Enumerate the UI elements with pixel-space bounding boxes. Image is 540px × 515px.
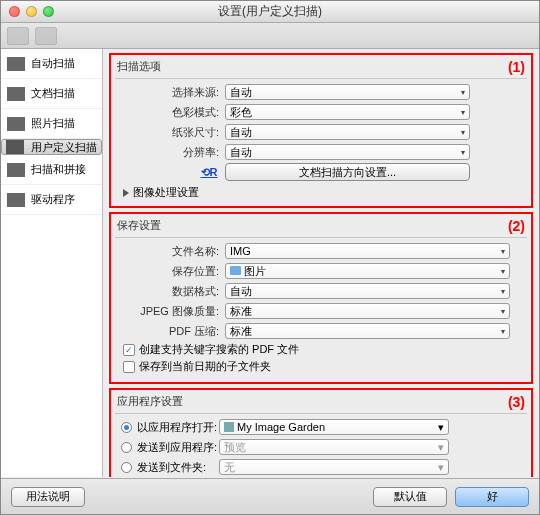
titlebar: 设置(用户定义扫描)	[1, 1, 539, 23]
app-settings-group: (3) 应用程序设置 以应用程序打开: My Image Garden▾ 发送到…	[109, 388, 533, 477]
chevron-updown-icon: ▾	[501, 307, 505, 316]
toolbar-icon-2[interactable]	[35, 27, 57, 45]
open-with-label: 以应用程序打开:	[137, 420, 217, 435]
orientation-settings-button[interactable]: 文档扫描方向设置...	[225, 163, 470, 181]
defaults-button[interactable]: 默认值	[373, 487, 447, 507]
resolution-select[interactable]: 自动▾	[225, 144, 470, 160]
scan-options-title: 扫描选项	[115, 57, 527, 79]
folder-icon	[230, 266, 241, 275]
close-icon[interactable]	[9, 6, 20, 17]
sidebar-item-custom-scan[interactable]: 用户定义扫描	[1, 139, 102, 155]
radio-open-with[interactable]	[121, 422, 132, 433]
chevron-updown-icon: ▾	[501, 267, 505, 276]
chevron-updown-icon: ▾	[461, 108, 465, 117]
chevron-updown-icon: ▾	[438, 441, 444, 454]
minimize-icon[interactable]	[26, 6, 37, 17]
format-select[interactable]: 自动▾	[225, 283, 510, 299]
chevron-updown-icon: ▾	[438, 421, 444, 434]
jpeg-select[interactable]: 标准▾	[225, 303, 510, 319]
toolbar-icon-1[interactable]	[7, 27, 29, 45]
format-value: 自动	[230, 284, 252, 299]
chevron-updown-icon: ▾	[461, 88, 465, 97]
pdf-keyword-label: 创建支持关键字搜索的 PDF 文件	[139, 342, 299, 357]
location-value: 图片	[230, 264, 266, 279]
group-marker-3: (3)	[508, 394, 525, 410]
jpeg-value: 标准	[230, 304, 252, 319]
format-label: 数据格式:	[115, 284, 225, 299]
pdf-keyword-checkbox[interactable]: ✓创建支持关键字搜索的 PDF 文件	[123, 342, 527, 357]
sidebar: 自动扫描 文档扫描 照片扫描 用户定义扫描 扫描和拼接 驱动程序	[1, 49, 103, 477]
radio-send-app[interactable]	[121, 442, 132, 453]
rotate-icon-cell: ⟲R	[115, 166, 225, 179]
defaults-label: 默认值	[394, 489, 427, 504]
save-settings-title: 保存设置	[115, 216, 527, 238]
app-icon	[224, 422, 234, 432]
window-title: 设置(用户定义扫描)	[1, 3, 539, 20]
scan-options-group: (1) 扫描选项 选择来源:自动▾ 色彩模式:彩色▾ 纸张尺寸:自动▾ 分辨率:…	[109, 53, 533, 208]
chevron-updown-icon: ▾	[461, 128, 465, 137]
group-marker-1: (1)	[508, 59, 525, 75]
filename-value: IMG	[230, 245, 251, 257]
color-value: 彩色	[230, 105, 252, 120]
sidebar-item-label: 用户定义扫描	[31, 140, 97, 155]
resolution-value: 自动	[230, 145, 252, 160]
ok-label: 好	[487, 489, 498, 504]
source-label: 选择来源:	[115, 85, 225, 100]
save-settings-group: (2) 保存设置 文件名称:IMG▾ 保存位置: 图片▾ 数据格式:自动▾ JP…	[109, 212, 533, 384]
stitch-icon	[7, 163, 25, 177]
content: 自动扫描 文档扫描 照片扫描 用户定义扫描 扫描和拼接 驱动程序 (1) 扫描选…	[1, 49, 539, 477]
image-processing-disclosure[interactable]: 图像处理设置	[123, 185, 527, 200]
sidebar-item-label: 文档扫描	[31, 86, 75, 101]
app-settings-title: 应用程序设置	[115, 392, 527, 414]
main-panel: (1) 扫描选项 选择来源:自动▾ 色彩模式:彩色▾ 纸张尺寸:自动▾ 分辨率:…	[103, 49, 539, 477]
driver-icon	[7, 193, 25, 207]
chevron-updown-icon: ▾	[501, 287, 505, 296]
location-label: 保存位置:	[115, 264, 225, 279]
orientation-btn-label: 文档扫描方向设置...	[299, 165, 396, 180]
sidebar-item-document-scan[interactable]: 文档扫描	[1, 79, 102, 109]
filename-combo[interactable]: IMG▾	[225, 243, 510, 259]
sidebar-item-label: 驱动程序	[31, 192, 75, 207]
disclosure-triangle-icon	[123, 189, 129, 197]
sidebar-item-label: 扫描和拼接	[31, 162, 86, 177]
ok-button[interactable]: 好	[455, 487, 529, 507]
auto-scan-icon	[7, 57, 25, 71]
location-select[interactable]: 图片▾	[225, 263, 510, 279]
open-with-select[interactable]: My Image Garden▾	[219, 419, 449, 435]
send-folder-select[interactable]: 无▾	[219, 459, 449, 475]
send-app-select[interactable]: 预览▾	[219, 439, 449, 455]
checkbox-unchecked-icon	[123, 361, 135, 373]
color-select[interactable]: 彩色▾	[225, 104, 470, 120]
window-controls	[9, 6, 54, 17]
paper-label: 纸张尺寸:	[115, 125, 225, 140]
chevron-updown-icon: ▾	[438, 461, 444, 474]
date-subfolder-label: 保存到当前日期的子文件夹	[139, 359, 271, 374]
resolution-label: 分辨率:	[115, 145, 225, 160]
sidebar-item-scan-stitch[interactable]: 扫描和拼接	[1, 155, 102, 185]
footer: 用法说明 默认值 好	[1, 478, 539, 514]
sidebar-item-auto-scan[interactable]: 自动扫描	[1, 49, 102, 79]
send-app-value: 预览	[224, 440, 246, 455]
send-folder-label: 发送到文件夹:	[137, 460, 206, 475]
sidebar-item-photo-scan[interactable]: 照片扫描	[1, 109, 102, 139]
source-select[interactable]: 自动▾	[225, 84, 470, 100]
group-marker-2: (2)	[508, 218, 525, 234]
instructions-button[interactable]: 用法说明	[11, 487, 85, 507]
sidebar-item-label: 照片扫描	[31, 116, 75, 131]
sidebar-item-label: 自动扫描	[31, 56, 75, 71]
chevron-down-icon: ▾	[501, 247, 505, 256]
date-subfolder-checkbox[interactable]: 保存到当前日期的子文件夹	[123, 359, 527, 374]
send-app-label: 发送到应用程序:	[137, 440, 217, 455]
source-value: 自动	[230, 85, 252, 100]
checkbox-checked-icon: ✓	[123, 344, 135, 356]
settings-window: 设置(用户定义扫描) 自动扫描 文档扫描 照片扫描 用户定义扫描 扫描和拼接 驱…	[0, 0, 540, 515]
instructions-label: 用法说明	[26, 489, 70, 504]
chevron-updown-icon: ▾	[501, 327, 505, 336]
document-scan-icon	[7, 87, 25, 101]
sidebar-item-driver[interactable]: 驱动程序	[1, 185, 102, 215]
zoom-icon[interactable]	[43, 6, 54, 17]
radio-send-folder[interactable]	[121, 462, 132, 473]
filename-label: 文件名称:	[115, 244, 225, 259]
pdf-select[interactable]: 标准▾	[225, 323, 510, 339]
paper-select[interactable]: 自动▾	[225, 124, 470, 140]
